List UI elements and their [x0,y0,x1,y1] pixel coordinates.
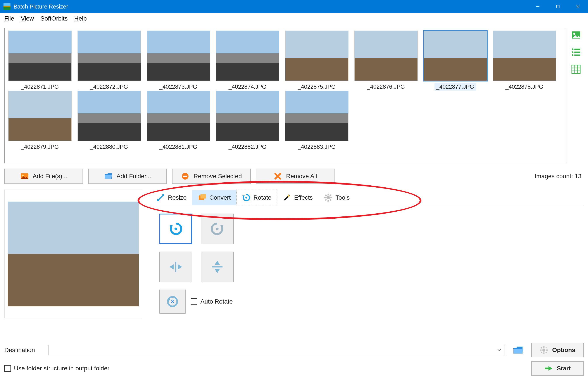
thumbnail-item[interactable]: _4022877.JPG [422,31,488,91]
magic-wand-icon [282,193,292,202]
rotate-right-button[interactable] [201,214,234,244]
view-grid-button[interactable] [570,63,582,75]
menu-softorbits[interactable]: SoftOrbits [40,15,68,22]
thumbnail-item[interactable]: _4022872.JPG [76,31,142,91]
tab-resize[interactable]: Resize [151,190,192,205]
thumbnail-item[interactable]: _4022879.JPG [7,91,73,151]
thumbnail-item[interactable]: _4022873.JPG [145,31,212,91]
tab-convert[interactable]: Convert [192,190,236,205]
auto-rotate-checkbox[interactable]: Auto Rotate [191,298,233,305]
tab-rotate[interactable]: Rotate [236,190,277,205]
rotate-left-button[interactable] [159,214,192,244]
svg-text:X: X [171,299,174,304]
svg-point-8 [572,51,574,53]
thumbnail-label: _4022871.JPG [19,83,60,91]
tab-effects-label: Effects [294,194,313,201]
view-list-button[interactable] [570,46,582,58]
thumbnail-item[interactable]: _4022875.JPG [283,31,350,91]
svg-line-47 [541,352,542,353]
remove-all-label: Remove All [286,173,317,180]
thumbnail-image [493,31,556,81]
images-counter: Images count: 13 [534,173,584,180]
close-button[interactable] [568,0,588,13]
thumbnail-item[interactable]: _4022871.JPG [7,31,73,91]
thumbnail-image [147,31,210,81]
add-files-button[interactable]: Add File(s)... [4,169,83,184]
rotate-panel: X Auto Rotate [151,206,251,314]
folder-open-icon [513,345,524,355]
menu-help[interactable]: Help [74,15,87,22]
view-thumbnails-button[interactable] [570,29,582,41]
folder-structure-checkbox[interactable]: Use folder structure in output folder [4,365,527,372]
play-arrow-icon [544,364,553,373]
start-label: Start [557,365,571,372]
remove-all-button[interactable]: Remove All [256,169,334,184]
tab-resize-label: Resize [168,194,187,201]
tab-tools[interactable]: Tools [318,190,355,205]
svg-rect-12 [572,65,580,73]
svg-point-6 [572,48,574,50]
bottom-bar: Destination Options Use folder structure… [4,343,584,376]
svg-point-39 [542,349,545,352]
flip-vertical-icon [209,259,225,275]
thumbnail-item[interactable]: _4022880.JPG [76,91,142,151]
thumbnail-image [8,31,72,81]
thumbnail-pane[interactable]: _4022871.JPG_4022872.JPG_4022873.JPG_402… [4,28,566,163]
minimize-icon [535,4,540,9]
thumbnail-item[interactable]: _4022882.JPG [214,91,281,151]
view-mode-strip [568,28,584,163]
thumbnail-label: _4022882.JPG [227,143,268,151]
add-folder-button[interactable]: Add Folder... [88,169,167,184]
title-bar: Batch Picture Resizer [0,0,588,13]
file-toolbar: Add File(s)... Add Folder... Remove Sele… [4,163,584,184]
start-button[interactable]: Start [531,361,584,376]
add-files-label: Add File(s)... [33,173,68,180]
thumbnail-image [285,91,349,141]
checkbox-icon [4,365,11,372]
thumbnail-label: _4022873.JPG [158,83,199,91]
thumbnail-label: _4022880.JPG [89,143,130,151]
thumbnail-label: _4022872.JPG [89,83,130,91]
grid-icon [571,64,581,74]
thumbnail-item[interactable]: _4022883.JPG [283,91,350,151]
remove-selected-label: Remove Selected [193,173,242,180]
svg-line-32 [325,199,326,200]
minimize-button[interactable] [528,0,548,13]
thumbnail-image [77,91,141,141]
tab-strip: Resize Convert Rotate [151,190,584,206]
close-icon [576,4,580,9]
svg-rect-48 [545,368,549,369]
thumbnail-item[interactable]: _4022878.JPG [491,31,558,91]
tab-effects[interactable]: Effects [277,190,318,205]
image-icon [571,30,581,40]
thumbnail-item[interactable]: _4022874.JPG [214,31,281,91]
flip-horizontal-icon [168,259,184,275]
thumbnail-label: _4022883.JPG [296,143,337,151]
list-icon [571,47,581,57]
svg-line-44 [541,347,542,348]
options-button[interactable]: Options [531,343,584,357]
remove-icon [181,172,189,181]
browse-destination-button[interactable] [509,344,527,356]
image-add-icon [20,172,29,181]
flip-horizontal-button[interactable] [159,252,192,282]
svg-point-34 [216,228,219,230]
menu-view[interactable]: View [21,15,34,22]
destination-dropdown[interactable] [48,345,505,355]
remove-selected-button[interactable]: Remove Selected [172,169,251,184]
svg-point-10 [572,54,574,56]
thumbnail-label: _4022875.JPG [296,83,337,91]
menu-file[interactable]: File [4,15,14,22]
flip-vertical-button[interactable] [201,252,234,282]
auto-rotate-button[interactable]: X [159,290,185,314]
thumbnail-image [285,31,349,81]
thumbnail-label: _4022874.JPG [227,83,268,91]
thumbnail-item[interactable]: _4022881.JPG [145,91,212,151]
thumbnail-item[interactable]: _4022876.JPG [353,31,419,91]
thumbnail-image [354,31,418,81]
svg-rect-22 [201,194,206,199]
rotate-icon [242,193,251,202]
rotate-left-icon [168,221,184,237]
maximize-button[interactable] [548,0,568,13]
menu-bar: File View SoftOrbits Help [0,13,588,24]
